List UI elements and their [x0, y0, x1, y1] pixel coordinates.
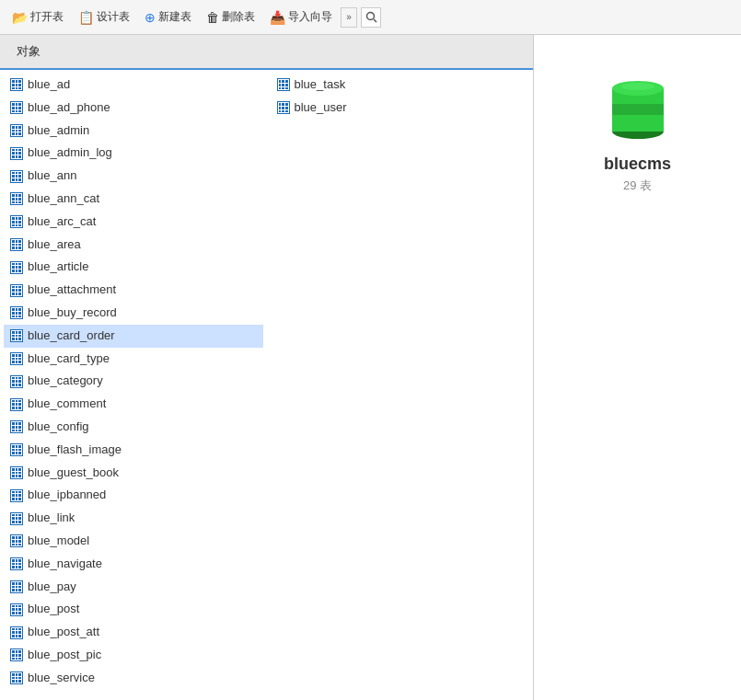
table-name-label: blue_buy_record	[28, 304, 117, 323]
table-grid-icon	[9, 442, 24, 457]
table-grid-icon	[9, 602, 24, 617]
table-item[interactable]: blue_ann_cat	[4, 188, 263, 211]
svg-point-6	[621, 83, 654, 90]
search-icon	[365, 11, 377, 23]
table-grid-icon	[9, 191, 24, 206]
table-name-label: blue_card_order	[28, 327, 115, 346]
table-item[interactable]: blue_post_pic	[4, 644, 263, 667]
table-item[interactable]: blue_attachment	[4, 279, 263, 302]
table-name-label: blue_config	[28, 418, 89, 437]
table-item[interactable]: blue_admin	[4, 120, 263, 143]
table-name-label: blue_pay	[28, 578, 76, 597]
table-item[interactable]: blue_ipbanned	[4, 484, 263, 507]
import-wizard-button[interactable]: 📥 导入向导	[263, 6, 339, 28]
table-item[interactable]: blue_card_type	[4, 348, 263, 371]
table-name-label: blue_ipbanned	[28, 486, 106, 505]
table-item[interactable]: blue_user	[271, 97, 530, 120]
import-label: 导入向导	[288, 9, 332, 25]
table-name-label: blue_article	[28, 258, 89, 277]
database-table-count: 29 表	[623, 178, 652, 194]
open-table-button[interactable]: 📂 打开表	[6, 6, 70, 28]
table-grid-icon	[9, 374, 24, 389]
new-table-button[interactable]: ⊕ 新建表	[138, 6, 198, 28]
table-item[interactable]: blue_article	[4, 256, 263, 279]
table-grid-icon	[9, 260, 24, 275]
table-grid-icon	[9, 488, 24, 503]
delete-table-icon: 🗑	[206, 10, 219, 25]
table-name-label: blue_area	[28, 235, 81, 255]
table-item[interactable]: blue_card_order	[4, 325, 263, 348]
table-name-label: blue_card_type	[28, 350, 110, 369]
table-item[interactable]: blue_task	[271, 74, 530, 97]
svg-line-1	[374, 19, 376, 22]
table-grid-icon	[9, 648, 24, 662]
objects-header: 对象	[0, 35, 533, 70]
table-name-label: blue_navigate	[28, 555, 102, 574]
table-name-label: blue_ann	[28, 166, 77, 186]
new-table-icon: ⊕	[145, 10, 156, 25]
table-item[interactable]: blue_flash_image	[4, 439, 263, 462]
main-area: 对象 blue_adblue_ad_phoneblue_adminblue_ad…	[0, 35, 741, 700]
table-item[interactable]: blue_ad	[4, 74, 263, 97]
table-item[interactable]: blue_arc_cat	[4, 211, 263, 234]
table-grid-icon	[276, 100, 291, 115]
table-grid-icon	[9, 77, 24, 92]
table-item[interactable]: blue_buy_record	[4, 302, 263, 325]
table-name-label: blue_user	[295, 98, 347, 118]
table-item[interactable]: blue_admin_log	[4, 142, 263, 165]
open-table-label: 打开表	[30, 9, 64, 25]
table-grid-icon	[9, 397, 24, 412]
table-item[interactable]: blue_category	[4, 370, 263, 393]
svg-point-0	[366, 13, 374, 20]
table-grid-icon	[9, 283, 24, 298]
table-item[interactable]: blue_link	[4, 507, 263, 530]
design-table-icon: 📋	[78, 10, 94, 25]
table-grid-icon	[9, 557, 24, 571]
database-info: bluecms 29 表	[604, 72, 671, 194]
database-cylinder-icon	[606, 72, 670, 145]
right-panel: bluecms 29 表	[534, 35, 741, 700]
table-grid-icon	[9, 465, 24, 480]
table-item[interactable]: blue_area	[4, 234, 263, 257]
import-icon: 📥	[270, 10, 285, 25]
overflow-button[interactable]: »	[341, 7, 357, 28]
toolbar: 📂 打开表 📋 设计表 ⊕ 新建表 🗑 删除表 📥 导入向导 »	[0, 0, 741, 35]
table-item[interactable]: blue_ann	[4, 165, 263, 188]
svg-rect-4	[612, 104, 664, 115]
table-column-1: blue_adblue_ad_phoneblue_adminblue_admin…	[0, 74, 267, 690]
table-columns: blue_adblue_ad_phoneblue_adminblue_admin…	[0, 74, 533, 690]
table-name-label: blue_category	[28, 372, 103, 391]
table-grid-icon	[9, 671, 24, 685]
table-name-label: blue_ann_cat	[28, 189, 99, 209]
table-item[interactable]: blue_service	[4, 667, 263, 690]
table-name-label: blue_service	[28, 669, 95, 688]
delete-table-button[interactable]: 🗑 删除表	[200, 6, 261, 28]
table-name-label: blue_model	[28, 532, 89, 551]
search-button[interactable]	[361, 7, 381, 28]
table-grid-icon	[9, 146, 24, 161]
table-grid-icon	[9, 305, 24, 320]
table-name-label: blue_link	[28, 509, 75, 528]
table-list: blue_adblue_ad_phoneblue_adminblue_admin…	[0, 70, 533, 700]
table-grid-icon	[9, 328, 24, 343]
objects-tab-label[interactable]: 对象	[9, 40, 52, 63]
table-name-label: blue_post	[28, 600, 79, 619]
table-item[interactable]: blue_navigate	[4, 553, 263, 576]
table-item[interactable]: blue_pay	[4, 576, 263, 599]
table-grid-icon	[9, 580, 24, 594]
table-item[interactable]: blue_model	[4, 530, 263, 553]
table-grid-icon	[9, 214, 24, 229]
table-grid-icon	[9, 237, 24, 252]
table-item[interactable]: blue_post	[4, 598, 263, 621]
table-grid-icon	[9, 169, 24, 184]
table-name-label: blue_post_att	[28, 623, 99, 642]
table-name-label: blue_post_pic	[28, 646, 101, 665]
table-item[interactable]: blue_ad_phone	[4, 97, 263, 120]
table-name-label: blue_comment	[28, 395, 106, 414]
table-item[interactable]: blue_guest_book	[4, 462, 263, 485]
table-grid-icon	[9, 100, 24, 115]
table-item[interactable]: blue_post_att	[4, 621, 263, 644]
table-item[interactable]: blue_comment	[4, 393, 263, 416]
table-item[interactable]: blue_config	[4, 416, 263, 439]
design-table-button[interactable]: 📋 设计表	[72, 6, 136, 28]
